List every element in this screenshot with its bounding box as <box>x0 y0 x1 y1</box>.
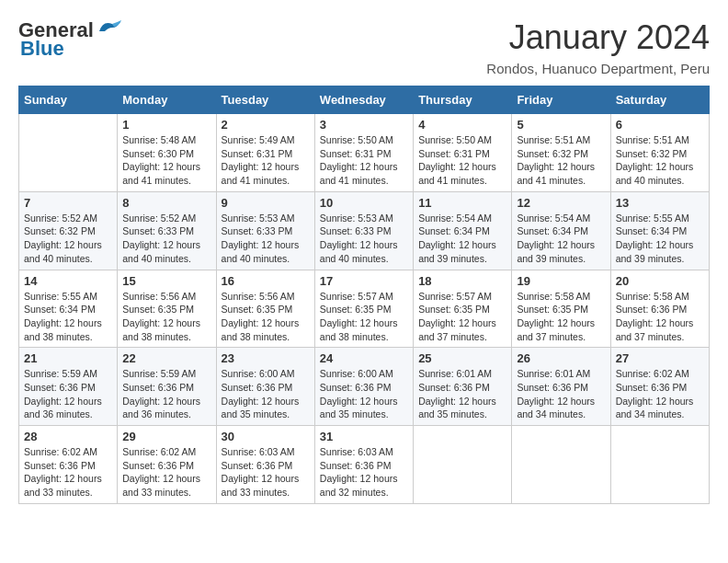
calendar-cell: 21 Sunrise: 5:59 AM Sunset: 6:36 PM Dayl… <box>19 348 118 426</box>
day-info: Sunrise: 5:58 AM Sunset: 6:36 PM Dayligh… <box>616 290 704 344</box>
daylight: Daylight: 12 hours and 34 minutes. <box>517 396 595 420</box>
logo-bird-icon <box>96 18 121 39</box>
sunrise: Sunrise: 6:01 AM <box>517 368 590 379</box>
day-info: Sunrise: 6:00 AM Sunset: 6:36 PM Dayligh… <box>222 367 310 421</box>
sunset: Sunset: 6:31 PM <box>222 148 293 159</box>
calendar-cell: 8 Sunrise: 5:52 AM Sunset: 6:33 PM Dayli… <box>118 191 216 270</box>
calendar-cell: 10 Sunrise: 5:53 AM Sunset: 6:33 PM Dayl… <box>314 191 413 270</box>
day-header-wednesday: Wednesday <box>314 86 413 114</box>
sunrise: Sunrise: 5:54 AM <box>418 213 492 224</box>
day-number: 10 <box>320 196 408 210</box>
sunrise: Sunrise: 5:55 AM <box>24 291 97 302</box>
sunrise: Sunrise: 5:59 AM <box>122 368 196 379</box>
day-info: Sunrise: 6:01 AM Sunset: 6:36 PM Dayligh… <box>517 367 605 421</box>
calendar-week-row: 1 Sunrise: 5:48 AM Sunset: 6:30 PM Dayli… <box>19 114 710 192</box>
daylight: Daylight: 12 hours and 35 minutes. <box>418 396 496 420</box>
day-info: Sunrise: 5:51 AM Sunset: 6:32 PM Dayligh… <box>517 133 605 188</box>
day-number: 15 <box>122 274 210 288</box>
day-info: Sunrise: 6:00 AM Sunset: 6:36 PM Dayligh… <box>320 367 408 421</box>
calendar-cell: 13 Sunrise: 5:55 AM Sunset: 6:34 PM Dayl… <box>610 191 709 270</box>
calendar-cell <box>610 426 709 504</box>
day-number: 13 <box>616 196 704 210</box>
day-number: 3 <box>320 118 408 132</box>
sunset: Sunset: 6:32 PM <box>24 225 96 236</box>
sunset: Sunset: 6:36 PM <box>122 382 194 393</box>
day-number: 16 <box>222 274 310 288</box>
day-info: Sunrise: 5:54 AM Sunset: 6:34 PM Dayligh… <box>517 212 605 266</box>
sunrise: Sunrise: 5:58 AM <box>517 291 590 302</box>
calendar-cell: 15 Sunrise: 5:56 AM Sunset: 6:35 PM Dayl… <box>118 270 216 348</box>
day-info: Sunrise: 5:58 AM Sunset: 6:35 PM Dayligh… <box>517 290 605 344</box>
sunset: Sunset: 6:33 PM <box>222 225 293 236</box>
day-info: Sunrise: 5:52 AM Sunset: 6:32 PM Dayligh… <box>24 212 112 266</box>
sunset: Sunset: 6:36 PM <box>24 460 96 471</box>
day-number: 12 <box>517 196 605 210</box>
day-number: 1 <box>122 118 210 132</box>
day-info: Sunrise: 5:56 AM Sunset: 6:35 PM Dayligh… <box>222 290 310 344</box>
daylight: Daylight: 12 hours and 37 minutes. <box>616 317 694 342</box>
sunset: Sunset: 6:34 PM <box>24 304 96 315</box>
day-number: 30 <box>222 430 310 443</box>
sunset: Sunset: 6:36 PM <box>320 460 392 471</box>
logo: General Blue <box>18 18 121 61</box>
day-info: Sunrise: 5:55 AM Sunset: 6:34 PM Dayligh… <box>616 212 704 266</box>
location: Rondos, Huanuco Department, Peru <box>486 61 710 76</box>
day-info: Sunrise: 6:02 AM Sunset: 6:36 PM Dayligh… <box>24 445 112 500</box>
day-number: 31 <box>320 430 408 443</box>
daylight: Daylight: 12 hours and 41 minutes. <box>222 161 300 186</box>
calendar-header-row: SundayMondayTuesdayWednesdayThursdayFrid… <box>19 86 710 114</box>
sunset: Sunset: 6:31 PM <box>418 148 490 159</box>
calendar-cell: 30 Sunrise: 6:03 AM Sunset: 6:36 PM Dayl… <box>216 426 314 504</box>
day-header-monday: Monday <box>118 86 216 114</box>
sunset: Sunset: 6:31 PM <box>320 148 392 159</box>
day-number: 17 <box>320 274 408 288</box>
day-number: 22 <box>122 351 210 365</box>
sunset: Sunset: 6:36 PM <box>222 382 293 393</box>
day-header-tuesday: Tuesday <box>216 86 314 114</box>
sunrise: Sunrise: 5:55 AM <box>616 213 689 224</box>
calendar-cell: 16 Sunrise: 5:56 AM Sunset: 6:35 PM Dayl… <box>216 270 314 348</box>
daylight: Daylight: 12 hours and 40 minutes. <box>122 239 200 264</box>
daylight: Daylight: 12 hours and 33 minutes. <box>222 473 300 498</box>
day-header-saturday: Saturday <box>610 86 709 114</box>
calendar-cell: 6 Sunrise: 5:51 AM Sunset: 6:32 PM Dayli… <box>610 114 709 192</box>
daylight: Daylight: 12 hours and 37 minutes. <box>418 317 496 342</box>
calendar-cell: 20 Sunrise: 5:58 AM Sunset: 6:36 PM Dayl… <box>610 270 709 348</box>
daylight: Daylight: 12 hours and 36 minutes. <box>24 396 102 420</box>
day-info: Sunrise: 6:02 AM Sunset: 6:36 PM Dayligh… <box>616 367 704 421</box>
daylight: Daylight: 12 hours and 33 minutes. <box>24 473 102 498</box>
sunrise: Sunrise: 5:49 AM <box>222 134 295 145</box>
sunset: Sunset: 6:33 PM <box>320 225 392 236</box>
sunset: Sunset: 6:36 PM <box>616 304 688 315</box>
day-number: 23 <box>222 351 310 365</box>
logo-blue: Blue <box>20 37 64 61</box>
daylight: Daylight: 12 hours and 38 minutes. <box>222 317 300 342</box>
daylight: Daylight: 12 hours and 35 minutes. <box>222 396 300 420</box>
day-number: 26 <box>517 351 605 365</box>
day-info: Sunrise: 5:53 AM Sunset: 6:33 PM Dayligh… <box>222 212 310 266</box>
calendar-cell: 5 Sunrise: 5:51 AM Sunset: 6:32 PM Dayli… <box>512 114 610 192</box>
day-header-sunday: Sunday <box>19 86 118 114</box>
calendar-cell: 27 Sunrise: 6:02 AM Sunset: 6:36 PM Dayl… <box>610 348 709 426</box>
daylight: Daylight: 12 hours and 36 minutes. <box>122 396 200 420</box>
calendar-cell <box>512 426 610 504</box>
calendar-cell: 29 Sunrise: 6:02 AM Sunset: 6:36 PM Dayl… <box>118 426 216 504</box>
day-number: 4 <box>418 118 506 132</box>
day-number: 20 <box>616 274 704 288</box>
day-info: Sunrise: 6:02 AM Sunset: 6:36 PM Dayligh… <box>122 445 210 500</box>
sunrise: Sunrise: 6:01 AM <box>418 368 492 379</box>
sunrise: Sunrise: 5:53 AM <box>222 213 295 224</box>
calendar-week-row: 28 Sunrise: 6:02 AM Sunset: 6:36 PM Dayl… <box>19 426 710 504</box>
sunrise: Sunrise: 6:03 AM <box>320 446 393 457</box>
sunset: Sunset: 6:35 PM <box>222 304 293 315</box>
sunrise: Sunrise: 5:52 AM <box>122 213 196 224</box>
calendar-cell <box>414 426 512 504</box>
daylight: Daylight: 12 hours and 37 minutes. <box>517 317 595 342</box>
sunrise: Sunrise: 5:54 AM <box>517 213 590 224</box>
title-area: January 2024 Rondos, Huanuco Department,… <box>486 18 710 76</box>
daylight: Daylight: 12 hours and 35 minutes. <box>320 396 398 420</box>
calendar-cell <box>19 114 118 192</box>
day-number: 27 <box>616 351 704 365</box>
sunset: Sunset: 6:35 PM <box>418 304 490 315</box>
day-number: 29 <box>122 430 210 443</box>
